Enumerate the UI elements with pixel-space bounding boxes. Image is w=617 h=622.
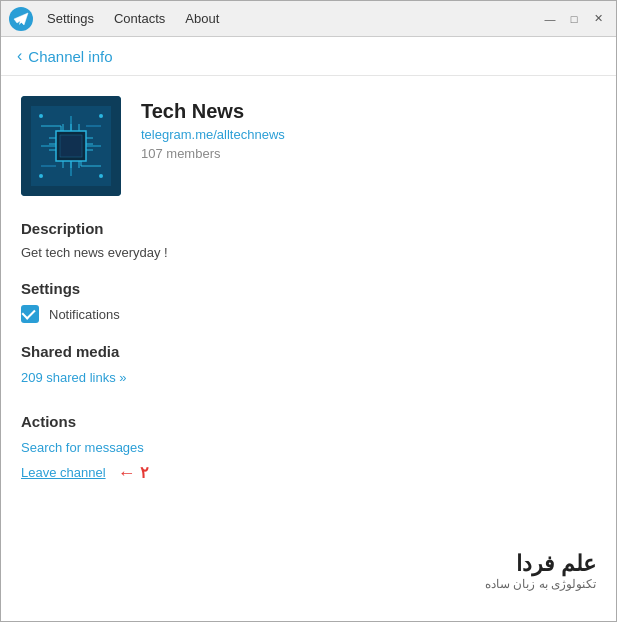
red-arrow-icon: ← — [118, 464, 136, 482]
maximize-button[interactable]: □ — [564, 9, 584, 29]
profile-section: Tech News telegram.me/alltechnews 107 me… — [21, 96, 596, 196]
channel-members: 107 members — [141, 146, 285, 161]
notifications-checkbox[interactable] — [21, 305, 39, 323]
svg-point-27 — [39, 174, 43, 178]
back-label[interactable]: Channel info — [28, 48, 112, 65]
settings-section: Settings Notifications — [21, 280, 596, 323]
svg-rect-12 — [60, 135, 82, 157]
svg-point-26 — [99, 114, 103, 118]
description-title: Description — [21, 220, 596, 237]
channel-avatar — [21, 96, 121, 196]
menu-bar: Settings Contacts About — [39, 7, 540, 30]
shared-media-section: Shared media 209 shared links » — [21, 343, 596, 393]
menu-about[interactable]: About — [177, 7, 227, 30]
shared-links[interactable]: 209 shared links » — [21, 370, 127, 385]
watermark-subtitle: تکنولوژی به زبان ساده — [485, 577, 596, 591]
channel-link[interactable]: telegram.me/alltechnews — [141, 127, 285, 142]
actions-section: Actions Search for messages Leave channe… — [21, 413, 596, 482]
back-bar: ‹ Channel info — [1, 37, 616, 76]
main-content: Tech News telegram.me/alltechnews 107 me… — [1, 76, 616, 615]
watermark-title: علم فردا — [485, 551, 596, 577]
leave-row: Leave channel ← ٢ — [21, 463, 596, 482]
arrow-annotation: ← ٢ — [118, 463, 149, 482]
annotation-number: ٢ — [140, 463, 149, 482]
profile-info: Tech News telegram.me/alltechnews 107 me… — [141, 96, 285, 161]
notifications-row: Notifications — [21, 305, 596, 323]
description-section: Description Get tech news everyday ! — [21, 220, 596, 260]
app-logo — [9, 7, 33, 31]
svg-point-25 — [39, 114, 43, 118]
notifications-label: Notifications — [49, 307, 120, 322]
shared-media-title: Shared media — [21, 343, 596, 360]
leave-channel-link[interactable]: Leave channel — [21, 465, 106, 480]
close-button[interactable]: ✕ — [588, 9, 608, 29]
window-controls: — □ ✕ — [540, 9, 608, 29]
watermark: علم فردا تکنولوژی به زبان ساده — [485, 551, 596, 591]
minimize-button[interactable]: — — [540, 9, 560, 29]
description-text: Get tech news everyday ! — [21, 245, 596, 260]
title-bar: Settings Contacts About — □ ✕ — [1, 1, 616, 37]
back-arrow-icon: ‹ — [17, 47, 22, 65]
settings-title: Settings — [21, 280, 596, 297]
svg-point-28 — [99, 174, 103, 178]
search-messages-link[interactable]: Search for messages — [21, 440, 144, 455]
channel-name: Tech News — [141, 100, 285, 123]
actions-title: Actions — [21, 413, 596, 430]
menu-contacts[interactable]: Contacts — [106, 7, 173, 30]
menu-settings[interactable]: Settings — [39, 7, 102, 30]
